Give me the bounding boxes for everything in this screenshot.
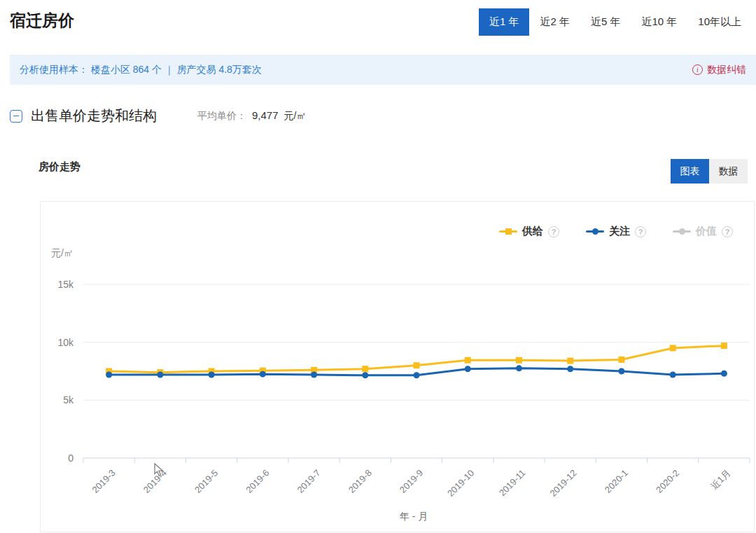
y-tick-label: 10k [57, 337, 74, 348]
x-tick-label: 2020-2 [654, 468, 681, 495]
data-point-marker [414, 362, 420, 368]
x-tick-label: 2019-11 [497, 468, 528, 499]
info-circle-icon: i [692, 64, 703, 75]
x-tick-label: 2019-4 [141, 468, 169, 495]
tab-10y[interactable]: 近10 年 [631, 8, 687, 36]
page: 宿迁房价 近1 年近2 年近5 年近10 年10年以上 分析使用样本： 楼盘小区… [0, 0, 756, 533]
data-point-marker [465, 366, 471, 372]
data-point-marker [209, 371, 215, 378]
x-tick-label: 近1月 [708, 468, 732, 492]
data-point-marker [670, 371, 676, 378]
x-tick-label: 2019-10 [445, 468, 476, 499]
average-price-group: 平均单价： 9,477 元/㎡ [197, 109, 306, 123]
x-tick-label: 2019-5 [192, 468, 220, 495]
data-point-marker [567, 358, 573, 364]
tab-1y[interactable]: 近1 年 [479, 8, 530, 36]
data-point-marker [157, 371, 163, 378]
data-point-marker [311, 371, 317, 378]
chart-section-title: 房价走势 [38, 160, 80, 174]
data-point-marker [465, 357, 471, 364]
data-correction-link[interactable]: i 数据纠错 [692, 64, 746, 76]
tab-2y[interactable]: 近2 年 [529, 8, 580, 36]
data-point-marker [362, 366, 368, 372]
data-point-marker [362, 372, 368, 378]
time-range-tabs: 近1 年近2 年近5 年近10 年10年以上 [479, 8, 752, 36]
x-tick-label: 2019-3 [90, 468, 118, 495]
data-point-marker [670, 345, 676, 351]
sample-info-bar: 分析使用样本： 楼盘小区 864 个 ｜ 房产交易 4.8万套次 i 数据纠错 [10, 55, 756, 85]
x-tick-label: 2019-8 [346, 468, 374, 495]
data-point-marker [721, 371, 727, 377]
x-tick-label: 2019-12 [547, 468, 578, 499]
data-point-marker [516, 357, 522, 364]
x-tick-label: 2019-7 [295, 468, 322, 495]
data-point-marker [567, 366, 573, 372]
data-point-marker [721, 342, 727, 349]
x-axis-name: 年 - 月 [368, 511, 459, 523]
data-point-marker [516, 365, 522, 371]
y-tick-label: 15k [57, 279, 74, 290]
page-title: 宿迁房价 [10, 10, 74, 32]
view-switch: 图表数据 [671, 159, 748, 184]
section-title: 出售单价走势和结构 [31, 106, 157, 125]
collapse-minus-icon[interactable] [10, 110, 22, 123]
y-tick-label: 5k [63, 394, 74, 406]
section-header: 出售单价走势和结构 平均单价： 9,477 元/㎡ [10, 106, 306, 125]
data-point-marker [106, 371, 112, 378]
view-chart-button[interactable]: 图表 [671, 159, 709, 184]
data-point-marker [618, 368, 624, 375]
data-point-marker [618, 357, 624, 363]
x-tick-label: 2019-9 [398, 468, 425, 495]
average-price-value: 9,477 [252, 109, 279, 121]
data-point-marker [260, 371, 266, 378]
data-point-marker [414, 372, 420, 378]
tab-10y-plus[interactable]: 10年以上 [687, 8, 752, 36]
view-data-button[interactable]: 数据 [709, 159, 748, 184]
chart-card: 供给?关注?价值? 元/㎡ 05k10k15k2019-32019-42019-… [40, 201, 755, 532]
sample-summary-text: 分析使用样本： 楼盘小区 864 个 ｜ 房产交易 4.8万套次 [20, 64, 262, 76]
average-price-label: 平均单价： [197, 110, 246, 123]
average-price-unit: 元/㎡ [284, 110, 307, 123]
tab-5y[interactable]: 近5 年 [580, 8, 631, 36]
x-tick-label: 2019-6 [244, 468, 271, 495]
y-tick-label: 0 [68, 452, 74, 464]
data-correction-label: 数据纠错 [707, 64, 746, 76]
chart-canvas[interactable]: 05k10k15k2019-32019-42019-52019-62019-72… [41, 202, 755, 533]
x-tick-label: 2020-1 [603, 468, 630, 495]
